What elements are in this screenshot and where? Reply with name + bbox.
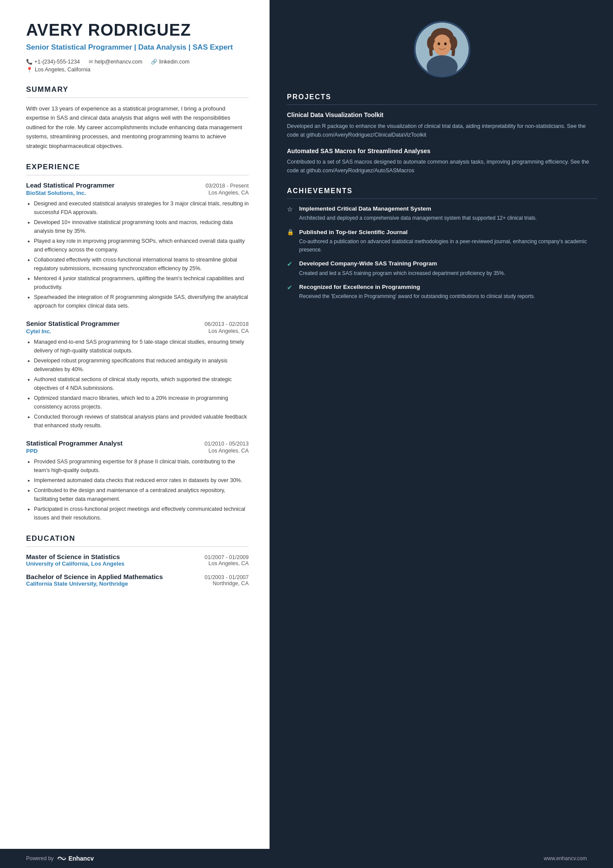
exp-company-2: PPD bbox=[26, 448, 38, 454]
achievement-title-3: Recognized for Excellence in Programming bbox=[299, 283, 535, 291]
enhancv-logo: Enhancv bbox=[57, 855, 93, 862]
achievement-content-1: Published in Top-tier Scientific Journal… bbox=[299, 228, 597, 254]
enhancv-logo-icon bbox=[57, 855, 67, 862]
project-block-0: Clinical Data Visualization Toolkit Deve… bbox=[287, 111, 597, 139]
footer-left: Powered by Enhancv bbox=[26, 855, 94, 862]
email-text: help@enhancv.com bbox=[95, 59, 143, 65]
achievement-content-3: Recognized for Excellence in Programming… bbox=[299, 283, 535, 301]
summary-text: With over 13 years of experience as a st… bbox=[26, 104, 249, 151]
exp-bullet-1-4: Conducted thorough reviews of statistica… bbox=[34, 412, 249, 430]
edu-block-0: Master of Science in Statistics 01/2007 … bbox=[26, 553, 249, 567]
achievement-icon-2: ✔ bbox=[287, 260, 295, 268]
achievement-content-2: Developed Company-Wide SAS Training Prog… bbox=[299, 260, 505, 277]
exp-bullets-1: Managed end-to-end SAS programming for 5… bbox=[26, 338, 249, 430]
exp-bullet-2-3: Participated in cross-functional project… bbox=[34, 505, 249, 522]
experience-block-0: Lead Statistical Programmer 03/2018 - Pr… bbox=[26, 181, 249, 310]
avatar-container bbox=[287, 21, 597, 77]
location-icon: 📍 bbox=[26, 67, 33, 73]
location-text: Los Angeles, California bbox=[35, 67, 90, 73]
exp-dates-2: 01/2010 - 05/2013 bbox=[205, 441, 249, 447]
avatar-image bbox=[416, 23, 469, 76]
exp-role-2: Statistical Programmer Analyst bbox=[26, 439, 123, 447]
achievement-title-0: Implemented Critical Data Management Sys… bbox=[299, 205, 537, 213]
project-desc-0: Developed an R package to enhance the vi… bbox=[287, 122, 597, 139]
projects-title: PROJECTS bbox=[287, 93, 597, 101]
exp-company-0: BioStat Solutions, Inc. bbox=[26, 190, 86, 196]
brand-name: Enhancv bbox=[68, 855, 93, 862]
resume-container: AVERY RODRIGUEZ Senior Statistical Progr… bbox=[0, 0, 613, 849]
avatar bbox=[414, 21, 470, 77]
summary-title: SUMMARY bbox=[26, 85, 249, 94]
exp-bullet-1-2: Authored statistical sections of clinica… bbox=[34, 375, 249, 392]
linkedin-icon: 🔗 bbox=[151, 59, 157, 65]
edu-dates-0: 01/2007 - 01/2009 bbox=[205, 554, 249, 560]
achievement-icon-3: ✔ bbox=[287, 284, 295, 292]
experience-divider bbox=[26, 175, 249, 175]
left-column: AVERY RODRIGUEZ Senior Statistical Progr… bbox=[0, 0, 270, 849]
edu-school-1: California State University, Northridge bbox=[26, 580, 128, 587]
exp-header-2: Statistical Programmer Analyst 01/2010 -… bbox=[26, 439, 249, 447]
edu-degree-1: Bachelor of Science in Applied Mathemati… bbox=[26, 573, 163, 580]
project-block-1: Automated SAS Macros for Streamlined Ana… bbox=[287, 147, 597, 175]
project-title-0: Clinical Data Visualization Toolkit bbox=[287, 111, 597, 120]
exp-bullet-0-4: Mentored 4 junior statistical programmer… bbox=[34, 274, 249, 292]
education-divider bbox=[26, 546, 249, 547]
exp-bullet-1-3: Optimized standard macro libraries, whic… bbox=[34, 394, 249, 411]
exp-header-1: Senior Statistical Programmer 06/2013 - … bbox=[26, 320, 249, 327]
project-desc-1: Contributed to a set of SAS macros desig… bbox=[287, 158, 597, 175]
email-contact: ✉ help@enhancv.com bbox=[89, 59, 143, 65]
candidate-name: AVERY RODRIGUEZ bbox=[26, 21, 249, 40]
achievement-block-0: ☆ Implemented Critical Data Management S… bbox=[287, 205, 597, 222]
phone-icon: 📞 bbox=[26, 59, 33, 65]
summary-divider bbox=[26, 97, 249, 98]
achievement-title-1: Published in Top-tier Scientific Journal bbox=[299, 228, 597, 236]
exp-location-2: Los Angeles, CA bbox=[209, 448, 249, 454]
achievements-divider bbox=[287, 198, 597, 199]
edu-loc-0: Los Angeles, CA bbox=[209, 560, 249, 567]
edu-loc-1: Northridge, CA bbox=[213, 580, 249, 587]
footer-url: www.enhancv.com bbox=[544, 855, 587, 861]
achievement-icon-1: 🔒 bbox=[287, 229, 295, 235]
exp-bullet-2-0: Provided SAS programming expertise for 8… bbox=[34, 457, 249, 475]
exp-location-0: Los Angeles, CA bbox=[209, 190, 249, 196]
achievement-desc-1: Co-authored a publication on advanced st… bbox=[299, 238, 597, 254]
experience-title: EXPERIENCE bbox=[26, 163, 249, 171]
achievement-content-0: Implemented Critical Data Management Sys… bbox=[299, 205, 537, 222]
exp-location-1: Los Angeles, CA bbox=[209, 328, 249, 335]
projects-divider bbox=[287, 104, 597, 105]
edu-header-1: Bachelor of Science in Applied Mathemati… bbox=[26, 573, 249, 580]
exp-bullet-0-0: Designed and executed statistical analys… bbox=[34, 199, 249, 217]
phone-text: +1-(234)-555-1234 bbox=[34, 59, 80, 65]
svg-point-5 bbox=[438, 43, 440, 46]
powered-by-text: Powered by bbox=[26, 855, 53, 861]
exp-bullets-0: Designed and executed statistical analys… bbox=[26, 199, 249, 310]
achievement-desc-0: Architected and deployed a comprehensive… bbox=[299, 214, 537, 222]
experience-block-1: Senior Statistical Programmer 06/2013 - … bbox=[26, 320, 249, 430]
exp-bullet-2-1: Implemented automated data checks that r… bbox=[34, 476, 249, 485]
location-row: 📍 Los Angeles, California bbox=[26, 67, 249, 73]
svg-point-8 bbox=[426, 55, 457, 77]
edu-header-0: Master of Science in Statistics 01/2007 … bbox=[26, 553, 249, 560]
exp-company-row-0: BioStat Solutions, Inc. Los Angeles, CA bbox=[26, 190, 249, 196]
achievement-icon-0: ☆ bbox=[287, 205, 295, 213]
exp-dates-1: 06/2013 - 02/2018 bbox=[205, 321, 249, 327]
edu-school-row-0: University of California, Los Angeles Lo… bbox=[26, 560, 249, 567]
exp-bullet-1-1: Developed robust programming specificati… bbox=[34, 356, 249, 374]
exp-dates-0: 03/2018 - Present bbox=[206, 183, 249, 189]
exp-bullet-0-3: Collaborated effectively with cross-func… bbox=[34, 255, 249, 273]
candidate-title: Senior Statistical Programmer | Data Ana… bbox=[26, 42, 249, 53]
achievement-block-1: 🔒 Published in Top-tier Scientific Journ… bbox=[287, 228, 597, 254]
edu-degree-0: Master of Science in Statistics bbox=[26, 553, 120, 560]
right-column: PROJECTS Clinical Data Visualization Too… bbox=[270, 0, 613, 849]
achievement-desc-3: Received the 'Excellence in Programming'… bbox=[299, 292, 535, 301]
svg-point-4 bbox=[433, 34, 451, 56]
exp-header-0: Lead Statistical Programmer 03/2018 - Pr… bbox=[26, 181, 249, 189]
edu-school-row-1: California State University, Northridge … bbox=[26, 580, 249, 587]
exp-bullet-2-2: Contributed to the design and maintenanc… bbox=[34, 486, 249, 503]
linkedin-contact: 🔗 linkedin.com bbox=[151, 59, 189, 65]
exp-company-row-2: PPD Los Angeles, CA bbox=[26, 448, 249, 454]
edu-dates-1: 01/2003 - 01/2007 bbox=[205, 574, 249, 580]
svg-point-6 bbox=[444, 43, 447, 46]
achievement-desc-2: Created and led a SAS training program w… bbox=[299, 269, 505, 278]
achievements-title: ACHIEVEMENTS bbox=[287, 187, 597, 195]
